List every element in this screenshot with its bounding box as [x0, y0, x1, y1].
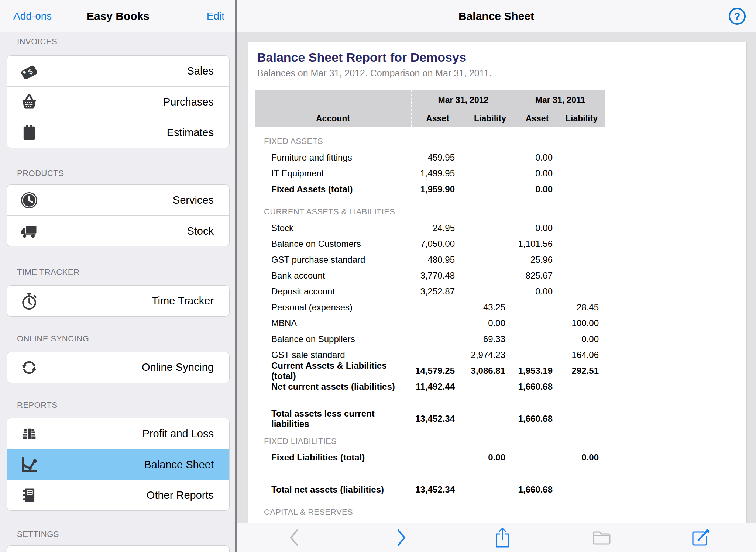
shopping-basket-icon [20, 92, 39, 111]
sidebar-item-balance-sheet[interactable]: Balance Sheet [7, 449, 229, 480]
price-tag-icon: $ [20, 62, 39, 81]
sidebar-item-label: Purchases [163, 87, 214, 117]
share-icon[interactable] [494, 527, 511, 548]
total-row: Fixed Liabilities (total)0.000.00 [255, 449, 605, 465]
clipboard-icon [20, 123, 39, 142]
sidebar: Add-ons Easy Books Edit INVOICES $ Sales… [0, 0, 236, 552]
sidebar-item-stock[interactable]: Stock [7, 215, 229, 246]
line-chart-icon [20, 455, 39, 474]
forward-chevron-icon[interactable] [396, 529, 407, 546]
main-panel: Balance Sheet ? Balance Sheet Report for… [237, 0, 756, 552]
report-subtitle: Balances on Mar 31, 2012. Comparison on … [257, 68, 492, 79]
sidebar-item-time-tracker[interactable]: Time Tracker [7, 286, 229, 316]
section-label-invoices: INVOICES [17, 35, 57, 48]
sidebar-item-label: Time Tracker [152, 286, 214, 316]
table-row: MBNA0.00100.00 [255, 315, 605, 331]
sidebar-title: Easy Books [0, 0, 236, 32]
table-header: Mar 31, 2012 Mar 31, 2011 Account Asset … [255, 90, 605, 127]
sidebar-header: Add-ons Easy Books Edit [0, 0, 236, 32]
edit-button[interactable]: Edit [207, 0, 224, 32]
folder-icon[interactable] [592, 530, 611, 545]
products-card: Services Stock [7, 184, 230, 246]
header-group-separator [516, 90, 516, 127]
bottom-toolbar [237, 523, 756, 552]
sidebar-item-label: Estimates [167, 117, 214, 148]
header-liability-2012: Liability [464, 110, 516, 127]
section-label-time-tracker: TIME TRACKER [17, 266, 79, 279]
sync-arrows-icon [20, 358, 39, 377]
sidebar-item-label: Balance Sheet [144, 449, 214, 480]
table-row: Stock24.950.00 [255, 220, 605, 236]
header-year-2012: Mar 31, 2012 [411, 90, 516, 110]
help-button[interactable]: ? [729, 8, 746, 25]
table-row: IT Equipment1,499.950.00 [255, 165, 605, 181]
table-row: Furniture and fittings459.950.00 [255, 149, 605, 165]
table-row: Bank account3,770.48825.67 [255, 268, 605, 283]
total-row: Total assets less current liabilities13,… [255, 411, 605, 427]
table-row: Deposit account3,252.870.00 [255, 283, 605, 299]
section-row: FIXED LIABILITIES [255, 427, 605, 449]
header-year-2011: Mar 31, 2011 [516, 90, 605, 110]
sidebar-item-label: Stock [187, 216, 214, 246]
report-title: Balance Sheet Report for Demosys [257, 50, 466, 65]
section-label-settings: SETTINGS [17, 528, 59, 541]
sidebar-item-label: Services [173, 185, 214, 215]
page-title: Balance Sheet [237, 0, 756, 32]
banknotes-icon [20, 424, 39, 444]
reports-card: Profit and Loss Balance Sheet Other Repo… [7, 418, 230, 511]
table-body: FIXED ASSETS Furniture and fittings459.9… [255, 127, 605, 520]
report-card: Balance Sheet Report for Demosys Balance… [248, 42, 747, 552]
total-row: Total net assets (liabilities)13,452.341… [255, 482, 605, 497]
table-row: Personal (expenses)43.2528.45 [255, 299, 605, 315]
section-row: FIXED ASSETS [255, 127, 605, 149]
total-row: Current Assets & Liabilities (total)14,5… [255, 363, 605, 379]
time-tracker-card: Time Tracker [7, 285, 230, 317]
header-group-separator [411, 90, 412, 127]
sidebar-item-label: Sales [187, 56, 214, 86]
sidebar-item-purchases[interactable]: Purchases [7, 86, 229, 117]
table-row: Balance on Suppliers69.330.00 [255, 331, 605, 347]
table-row: GST purchase standard480.9525.96 [255, 252, 605, 268]
clock-icon [20, 191, 39, 210]
section-row: CURRENT ASSETS & LIABILITIES [255, 197, 605, 220]
settings-card[interactable] [7, 545, 230, 552]
section-label-online-syncing: ONLINE SYNCING [17, 332, 89, 345]
header-account-spacer [255, 90, 411, 110]
back-chevron-icon[interactable] [288, 529, 299, 546]
header-account: Account [255, 110, 411, 127]
delivery-truck-icon [20, 221, 39, 241]
section-label-products: PRODUCTS [17, 167, 64, 180]
stopwatch-icon [20, 291, 39, 311]
sidebar-item-label: Other Reports [147, 480, 214, 511]
notebook-icon [20, 486, 39, 505]
sidebar-item-other-reports[interactable]: Other Reports [7, 480, 229, 510]
balance-sheet-table: Mar 31, 2012 Mar 31, 2011 Account Asset … [255, 90, 605, 520]
section-row: CAPITAL & RESERVES [255, 497, 605, 520]
sidebar-item-profit-and-loss[interactable]: Profit and Loss [7, 418, 229, 449]
header-asset-2012: Asset [411, 110, 464, 127]
online-syncing-card: Online Syncing [7, 352, 230, 383]
header-asset-2011: Asset [516, 110, 559, 127]
sidebar-item-estimates[interactable]: Estimates [7, 117, 229, 148]
sidebar-item-label: Online Syncing [142, 352, 214, 383]
section-label-reports: REPORTS [17, 399, 57, 411]
sidebar-item-online-syncing[interactable]: Online Syncing [7, 352, 229, 383]
sidebar-item-label: Profit and Loss [142, 418, 214, 449]
table-row: Balance on Customers7,050.001,101.56 [255, 236, 605, 252]
compose-icon[interactable] [690, 528, 710, 548]
main-header: Balance Sheet ? [237, 0, 756, 32]
total-row: Net current assets (liabilities)11,492.4… [255, 379, 605, 394]
invoices-card: $ Sales Purchases Estimates [7, 55, 230, 148]
spacer-row [255, 465, 605, 482]
sidebar-item-services[interactable]: Services [7, 185, 229, 215]
total-row: Fixed Assets (total)1,959.900.00 [255, 181, 605, 197]
sidebar-item-sales[interactable]: $ Sales [7, 56, 229, 86]
app-screen: Add-ons Easy Books Edit INVOICES $ Sales… [0, 0, 756, 552]
header-liability-2011: Liability [559, 110, 605, 127]
sidebar-divider [235, 0, 237, 552]
